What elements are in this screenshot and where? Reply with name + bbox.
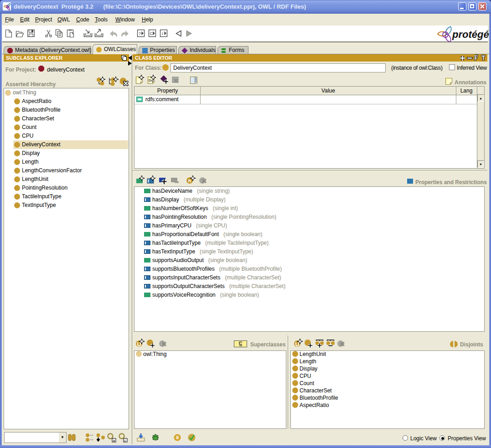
svg-text:protégé: protégé [452,29,489,40]
svg-text:I: I [162,31,163,36]
svg-text:C: C [150,31,153,36]
svg-text:?: ? [139,31,141,36]
svg-text:c: c [124,438,126,443]
svg-text:a: a [113,438,115,443]
svg-text:R: R [188,179,191,183]
